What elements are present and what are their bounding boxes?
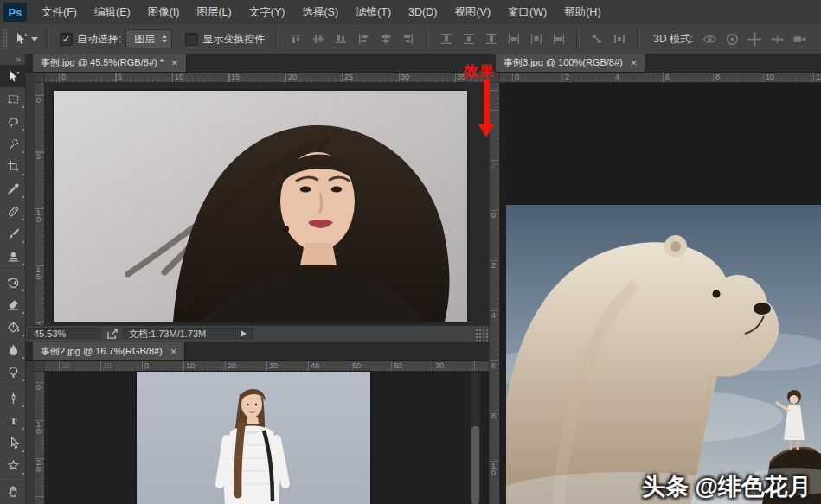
export-icon[interactable] [106, 329, 119, 340]
path-selection-tool[interactable] [0, 431, 26, 454]
menu-image[interactable]: 图像(I) [139, 0, 189, 24]
distribute-horizontal-centers-icon[interactable] [527, 30, 546, 48]
ruler-label: 25 [344, 73, 353, 81]
menu-type[interactable]: 文字(Y) [241, 0, 294, 24]
close-icon[interactable]: × [631, 57, 638, 68]
horizontal-type-tool[interactable]: T [0, 409, 26, 431]
3d-slide-icon[interactable] [767, 30, 786, 48]
ruler-label: 15 [231, 73, 240, 81]
scrollbar-thumb[interactable] [471, 426, 479, 504]
align-horizontal-centers-icon[interactable] [376, 30, 395, 48]
3d-roll-icon[interactable] [722, 30, 741, 48]
align-right-edges-icon[interactable] [399, 30, 418, 48]
menu-window[interactable]: 窗口(W) [499, 0, 555, 24]
ruler-label: 60 [394, 361, 402, 370]
ruler-label: 0 [144, 361, 149, 370]
menu-select[interactable]: 选择(S) [293, 0, 347, 24]
align-left-edges-icon[interactable] [354, 30, 373, 48]
ruler-label: 6 [665, 73, 670, 81]
toolbar-divider [3, 477, 22, 479]
spot-healing-brush-tool[interactable] [0, 200, 26, 222]
status-menu-icon[interactable] [241, 330, 247, 337]
menu-view[interactable]: 视图(V) [446, 0, 499, 24]
blur-tool[interactable] [0, 338, 26, 360]
3d-rotate-icon[interactable] [700, 30, 719, 48]
quick-selection-tool[interactable] [0, 132, 26, 155]
collapse-panel-icon[interactable]: » [0, 54, 25, 65]
move-tool[interactable] [0, 65, 26, 87]
pen-tool[interactable] [0, 386, 26, 409]
distribute-vertical-centers-icon[interactable] [459, 30, 478, 48]
ruler-label: 20 [288, 73, 297, 81]
doc2-vertical-scrollbar[interactable] [470, 372, 481, 504]
distribute-left-edges-icon[interactable] [504, 30, 523, 48]
distribute-spacing-icon[interactable] [610, 30, 629, 48]
history-brush-tool[interactable] [0, 271, 26, 293]
doc3-horizontal-ruler: 0 2 4 6 8 10 12 [500, 73, 821, 83]
align-vertical-centers-icon[interactable] [309, 30, 328, 48]
hand-tool[interactable] [0, 480, 26, 502]
menu-filter[interactable]: 滤镜(T) [347, 0, 400, 24]
tab-doc1[interactable]: 事例.jpg @ 45.5%(RGB/8#) * × [33, 54, 187, 72]
photoshop-window: Ps 文件(F) 编辑(E) 图像(I) 图层(L) 文字(Y) 选择(S) 滤… [0, 0, 821, 504]
align-top-edges-icon[interactable] [286, 30, 305, 48]
3d-drag-icon[interactable] [745, 30, 764, 48]
doc3-tab-bar: 事例3.jpg @ 100%(RGB/8#) × [489, 54, 821, 73]
distribute-right-edges-icon[interactable] [549, 30, 568, 48]
close-icon[interactable]: × [171, 57, 178, 68]
menu-3d[interactable]: 3D(D) [400, 0, 446, 24]
options-bar: ✓ 自动选择: 图层 显示变换控件 3D 模式: [0, 24, 821, 54]
crop-tool[interactable] [0, 155, 26, 177]
photoshop-logo: Ps [3, 3, 27, 22]
menu-layer[interactable]: 图层(L) [188, 0, 240, 24]
menu-file[interactable]: 文件(F) [33, 0, 86, 24]
updown-arrows-icon [162, 32, 167, 46]
dodge-tool[interactable] [0, 360, 26, 383]
align-bottom-edges-icon[interactable] [331, 30, 350, 48]
tab-doc2[interactable]: 事例2.jpg @ 16.7%(RGB/8#) × [33, 342, 185, 360]
document-window-3: 事例3.jpg @ 100%(RGB/8#) × 0 2 4 6 8 10 12… [489, 54, 821, 504]
close-icon[interactable]: × [170, 346, 177, 357]
auto-select-layer-dropdown[interactable]: 图层 [125, 29, 172, 48]
tab-doc1-title: 事例.jpg @ 45.5%(RGB/8#) * [41, 56, 164, 69]
tool-preset-move-icon[interactable] [14, 32, 38, 46]
menu-help[interactable]: 帮助(H) [555, 0, 609, 24]
watermark-text: 头条 @绯色花月 [642, 471, 811, 502]
menu-edit[interactable]: 编辑(E) [86, 0, 139, 24]
ruler-label: 20 [36, 459, 44, 473]
ruler-label: 2 [565, 73, 569, 81]
annotation-arrow-down [478, 80, 495, 138]
ruler-label: 10 [36, 209, 44, 223]
custom-shape-tool[interactable] [0, 454, 26, 476]
tab-doc2-title: 事例2.jpg @ 16.7%(RGB/8#) [41, 345, 163, 358]
doc1-horizontal-ruler: 0 5 10 15 20 25 30 35 [45, 73, 489, 83]
distribute-bottom-edges-icon[interactable] [482, 30, 501, 48]
ruler-label: 2 [491, 262, 499, 269]
doc2-vertical-ruler: 0 10 20 [35, 372, 45, 504]
options-grip[interactable] [3, 29, 8, 49]
rectangular-marquee-tool[interactable] [0, 87, 26, 110]
resize-grip[interactable] [475, 329, 488, 341]
ruler-label: 40 [311, 361, 319, 370]
zoom-percent-field[interactable]: 45.53% [28, 328, 100, 341]
window-edge [26, 361, 35, 504]
distribute-top-edges-icon[interactable] [437, 30, 456, 48]
eyedropper-tool[interactable] [0, 177, 26, 200]
eraser-tool[interactable] [0, 293, 26, 316]
doc3-vertical-ruler: 2 0 2 4 6 8 10 [490, 83, 500, 504]
clone-stamp-tool[interactable] [0, 245, 26, 267]
brush-tool[interactable] [0, 222, 26, 245]
auto-select-checkbox[interactable]: ✓ [60, 33, 73, 46]
ruler-label: 2 [491, 162, 499, 169]
doc2-photo-woman-white-dress [137, 372, 370, 504]
paint-bucket-tool[interactable] [0, 316, 26, 338]
show-transform-checkbox[interactable] [185, 33, 198, 46]
auto-align-icon[interactable] [587, 30, 606, 48]
ruler-label: 8 [715, 73, 720, 81]
3d-zoom-icon[interactable] [790, 30, 809, 48]
separator [275, 29, 279, 49]
document-window-2: 事例2.jpg @ 16.7%(RGB/8#) × 20 10 0 10 20 … [26, 342, 489, 504]
layer-dropdown-value: 图层 [134, 32, 155, 47]
lasso-tool[interactable] [0, 110, 26, 132]
tab-doc3[interactable]: 事例3.jpg @ 100%(RGB/8#) × [496, 54, 645, 72]
